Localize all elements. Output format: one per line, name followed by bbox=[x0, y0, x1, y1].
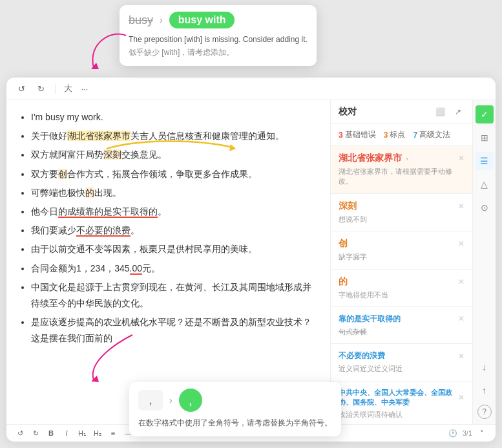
correction-word-6: 不必要的浪费 bbox=[339, 350, 385, 361]
panel-header-icons: ⬜ ↗ bbox=[434, 105, 465, 118]
format-icon[interactable]: ⊞ bbox=[476, 129, 494, 147]
correction-desc-2: 想说不到 bbox=[339, 215, 465, 224]
correction-close-5[interactable]: ✕ bbox=[458, 314, 465, 323]
download-icon[interactable]: ↓ bbox=[476, 358, 494, 376]
highlight-word: 深刻 bbox=[103, 149, 121, 160]
correction-close-7[interactable]: ✕ bbox=[458, 393, 465, 402]
corrections-list: 湖北省张家界市 › ✕ 湖北省张家界市，请根据需要手动修改。 深刻 ✕ 想说不到 bbox=[331, 146, 472, 424]
highlight-de: 的 bbox=[85, 187, 94, 198]
bottom-tooltip-description: 在数字格式中使用了全角符号，请考虑替换为半角符号。 bbox=[138, 417, 332, 429]
stat-advanced-count: 7 bbox=[413, 131, 417, 140]
correction-desc-5: 句式杂糅 bbox=[339, 327, 465, 337]
list-item: 他今日的成绩靠的是实干取得的。 bbox=[31, 204, 319, 220]
stat-dots-label: 标点 bbox=[390, 129, 405, 140]
correction-close-icon[interactable]: ✕ bbox=[458, 154, 465, 163]
stat-basic-errors: 3 基础错误 bbox=[339, 129, 376, 140]
list-item: 双方要创合作方式，拓展合作领域，争取更多合作成果。 bbox=[31, 166, 319, 182]
correction-item-waste[interactable]: 不必要的浪费 ✕ 近义词近义近义词近 bbox=[331, 344, 472, 381]
highlight-location: 湖北省张家界市 bbox=[67, 131, 131, 141]
correction-item-political[interactable]: 中共中央、全国人大常委会、全国政协、国务院、中央军委 ✕ 政治关联词语待确认 bbox=[331, 381, 472, 424]
list-item: I'm busy my work. bbox=[31, 109, 319, 125]
highlight-missing: 创 bbox=[58, 169, 67, 179]
editor-toolbar: ↺ ↻ 大 ··· bbox=[6, 78, 496, 100]
correction-desc-7: 政治关联词语待确认 bbox=[339, 410, 465, 420]
list-item: 可弊端也极快的出现。 bbox=[31, 185, 319, 201]
correction-word-7: 中共中央、全国人大常委会、全国政协、国务院、中央军委 bbox=[339, 388, 458, 407]
correction-item-de[interactable]: 的 ✕ 字地得使用不当 bbox=[331, 270, 472, 307]
correction-word-3: 创 bbox=[339, 238, 348, 250]
tooltip-top: busy › busy with The preposition [with] … bbox=[120, 5, 317, 66]
stat-errors-label: 基础错误 bbox=[345, 129, 376, 140]
content-area: I'm busy my work. 关于做好湖北省张家界市关吉人员信息核查和健康… bbox=[6, 100, 496, 424]
arrow-icon: › bbox=[160, 15, 163, 25]
upload-icon[interactable]: ↑ bbox=[476, 381, 494, 400]
italic-icon[interactable]: I bbox=[61, 427, 72, 439]
correction-header-6: 不必要的浪费 ✕ bbox=[339, 350, 465, 361]
font-size-label[interactable]: 大 bbox=[64, 83, 72, 94]
panel-header: 校对 ⬜ ↗ bbox=[331, 100, 472, 124]
correction-header-7: 中共中央、全国人大常委会、全国政协、国务院、中央军委 ✕ bbox=[339, 388, 465, 407]
undo-bottom-icon[interactable]: ↺ bbox=[14, 427, 26, 439]
list-item: 由于以前交通不变等因素，板栗只是供村民享用的美味。 bbox=[31, 241, 319, 257]
list-item: 双方就阿富汗局势深刻交换意见。 bbox=[31, 147, 319, 163]
desc-english: The preposition [with] is missing. Consi… bbox=[129, 34, 308, 45]
correction-close-2[interactable]: ✕ bbox=[458, 202, 465, 211]
stat-advanced-label: 高级文法 bbox=[419, 129, 450, 140]
correction-header-5: 靠的是实干取得的 ✕ bbox=[339, 314, 465, 325]
correction-item-location[interactable]: 湖北省张家界市 › ✕ 湖北省张家界市，请根据需要手动修改。 bbox=[331, 146, 472, 194]
correction-desc-4: 字地得使用不当 bbox=[339, 290, 465, 300]
stat-errors-count: 3 bbox=[339, 131, 343, 140]
correction-word-2: 深刻 bbox=[339, 200, 357, 212]
word-new[interactable]: busy with bbox=[169, 12, 235, 28]
list-item: 合同金额为1，234，345.00元。 bbox=[31, 261, 319, 277]
corrections-panel: 校对 ⬜ ↗ 3 基础错误 3 标点 7 高级文法 bbox=[330, 100, 472, 424]
correction-item-chuang[interactable]: 创 ✕ 缺字漏字 bbox=[331, 231, 472, 269]
correction-arrow-icon: › bbox=[406, 155, 408, 162]
stat-dots-count: 3 bbox=[384, 131, 388, 140]
bookmark-icon[interactable]: △ bbox=[476, 175, 494, 193]
redo-bottom-icon[interactable]: ↻ bbox=[30, 427, 41, 439]
correction-desc-3: 缺字漏字 bbox=[339, 252, 465, 262]
comma-new[interactable]: , bbox=[179, 389, 202, 412]
highlight-waste: 不必要的浪费 bbox=[76, 225, 131, 237]
bold-icon[interactable]: B bbox=[45, 427, 57, 439]
list-item: 中国文化是起源于上古贯穿到现在，在黄河、长江及其周围地域形成并待续至今的中华民族… bbox=[31, 279, 319, 312]
panel-title: 校对 bbox=[339, 106, 357, 118]
list-bottom-icon[interactable]: ≡ bbox=[107, 427, 119, 439]
h1-icon[interactable]: H₁ bbox=[76, 427, 88, 439]
help-icon[interactable]: ? bbox=[477, 405, 492, 419]
more-options-button[interactable]: ··· bbox=[78, 81, 92, 96]
sidebar-icons: ✓ ⊞ ☰ △ ⊙ ↓ ↑ ? bbox=[472, 100, 496, 424]
list-item: 是应该逐步提高的农业机械化水平呢？还是不断普及的新型农业技术？这是摆在我们面前的 bbox=[31, 314, 319, 347]
undo-button[interactable]: ↺ bbox=[14, 81, 28, 96]
more-bottom-icon[interactable]: ˅ bbox=[476, 427, 488, 439]
correction-close-3[interactable]: ✕ bbox=[458, 239, 465, 248]
proofread-icon[interactable]: ✓ bbox=[476, 105, 494, 123]
correction-item-shenjian[interactable]: 深刻 ✕ 想说不到 bbox=[331, 194, 472, 231]
suggestion-row: busy › busy with bbox=[129, 12, 308, 28]
desc-chinese: 似乎缺少 [with]，请考虑添加。 bbox=[129, 47, 308, 58]
search-icon[interactable]: ⊙ bbox=[476, 198, 494, 217]
list-icon[interactable]: ☰ bbox=[476, 152, 494, 170]
correction-close-6[interactable]: ✕ bbox=[458, 352, 465, 361]
correction-close-4[interactable]: ✕ bbox=[458, 277, 465, 286]
correction-header-4: 的 ✕ bbox=[339, 276, 465, 288]
highlight-sentence: 的成绩靠的是实干取得的 bbox=[58, 206, 158, 218]
comma-old: ， bbox=[138, 390, 163, 411]
redo-button[interactable]: ↻ bbox=[34, 81, 48, 96]
page-count: 3/1 bbox=[463, 429, 472, 437]
correction-item-sentence[interactable]: 靠的是实干取得的 ✕ 句式杂糅 bbox=[331, 307, 472, 344]
toolbar-divider-1 bbox=[56, 83, 56, 94]
h2-icon[interactable]: H₂ bbox=[92, 427, 103, 439]
correction-word: 湖北省张家界市 bbox=[339, 153, 402, 164]
clock-icon[interactable]: 🕐 bbox=[447, 427, 459, 439]
highlight-comma: .00 bbox=[130, 263, 142, 275]
tooltip-bottom: ， › , 在数字格式中使用了全角符号，请考虑替换为半角符号。 bbox=[129, 382, 341, 436]
correction-word-5: 靠的是实干取得的 bbox=[339, 314, 401, 325]
text-editor[interactable]: I'm busy my work. 关于做好湖北省张家界市关吉人员信息核查和健康… bbox=[6, 100, 330, 424]
export-icon[interactable]: ↗ bbox=[452, 105, 465, 118]
list-item: 关于做好湖北省张家界市关吉人员信息核查和健康管理的通知。 bbox=[31, 128, 319, 144]
correction-word-4: 的 bbox=[339, 276, 348, 288]
stat-punctuation: 3 标点 bbox=[384, 129, 406, 140]
copy-icon[interactable]: ⬜ bbox=[434, 105, 446, 118]
